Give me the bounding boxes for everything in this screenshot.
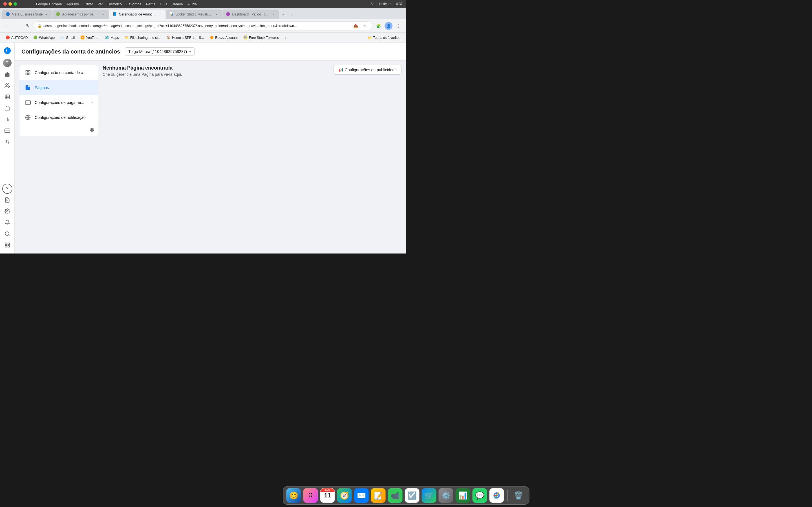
- meta-nav-partners[interactable]: [2, 137, 12, 147]
- meta-nav-more[interactable]: [2, 240, 12, 250]
- meta-nav-campaigns[interactable]: [2, 103, 12, 113]
- expand-nav-button[interactable]: [89, 128, 94, 134]
- account-config-icon: [24, 69, 32, 76]
- account-selector[interactable]: Tiago Moura (110448625758237) ▾: [124, 47, 195, 56]
- tab-favicon-2: 🟢: [56, 12, 60, 17]
- configuracoes-publicidade-button[interactable]: 📢 Configurações de publicidade: [334, 65, 402, 75]
- meta-nav-analytics[interactable]: [2, 114, 12, 124]
- meta-user-avatar[interactable]: T: [3, 59, 11, 67]
- bookmark-favicon-whatsapp: 🟢: [33, 36, 38, 40]
- screenshare-icon[interactable]: 📤: [352, 22, 359, 30]
- extensions-icon[interactable]: 🧩: [374, 22, 382, 30]
- tab-close-5[interactable]: ✕: [271, 12, 275, 17]
- menu-historico[interactable]: Histórico: [107, 2, 122, 6]
- svg-rect-33: [93, 131, 94, 132]
- settings-nav-pages[interactable]: Páginas: [19, 80, 98, 95]
- bookmark-filesharing[interactable]: 📁 File sharing and st...: [122, 34, 163, 41]
- tab-close-1[interactable]: ✕: [44, 12, 49, 17]
- minimize-button[interactable]: [8, 2, 12, 6]
- settings-nav-notifications[interactable]: Configurações de notificação: [19, 110, 98, 125]
- svg-rect-24: [26, 73, 28, 75]
- tab-looker[interactable]: 📊 Looker Studio: visualizações... ✕: [166, 10, 222, 19]
- settings-content-header: Nenhuma Página encontrada Crie ou gerenc…: [103, 65, 402, 76]
- menu-perfis[interactable]: Perfis: [146, 2, 155, 6]
- bookmark-spell[interactable]: 🏠 Home :: SPELL – S...: [164, 34, 206, 41]
- tab-agradecemos[interactable]: 🟢 Agradecemos por baixar o A... ✕: [52, 10, 109, 19]
- svg-rect-31: [93, 128, 94, 129]
- payment-icon: [24, 99, 32, 107]
- meta-nav-notifications[interactable]: [2, 217, 12, 228]
- meta-nav-home[interactable]: [2, 69, 12, 79]
- bookmark-freestock[interactable]: 🖼️ Free Stock Textures: [241, 34, 282, 41]
- meta-nav-settings[interactable]: [2, 206, 12, 216]
- bookmarks-bar: 🔴 AUTOCAD 🟢 WhatsApp ✉️ Gmail ▶️ YouTube…: [0, 33, 406, 43]
- menu-janela[interactable]: Janela: [172, 2, 183, 6]
- settings-nav-pages-label: Páginas: [35, 86, 93, 90]
- tab-dashboard[interactable]: 🟣 Dashboard | Pai do Tráfego ✕: [222, 10, 279, 19]
- settings-content-title: Nenhuma Página encontrada: [103, 65, 182, 71]
- menu-favoritos[interactable]: Favoritos: [126, 2, 141, 6]
- menu-guia[interactable]: Guia: [160, 2, 167, 6]
- bookmark-label-whatsapp: WhatsApp: [39, 36, 54, 40]
- tab-label-4: Looker Studio: visualizações...: [175, 12, 213, 16]
- maximize-button[interactable]: [13, 2, 17, 6]
- bookmark-whatsapp[interactable]: 🟢 WhatsApp: [31, 34, 57, 41]
- bookmark-star-icon[interactable]: ☆: [361, 22, 368, 30]
- menu-ver[interactable]: Ver: [98, 2, 103, 6]
- meta-nav-table[interactable]: [2, 92, 12, 102]
- settings-nav-notifications-label: Configurações de notificação: [35, 115, 93, 120]
- tab-label-2: Agradecemos por baixar o A...: [62, 12, 99, 16]
- bookmark-maps[interactable]: 🗺️ Maps: [103, 34, 121, 41]
- meta-nav-search[interactable]: [2, 229, 12, 239]
- settings-nav-payment[interactable]: Configurações de pagame... ↗: [19, 95, 98, 110]
- tab-close-4[interactable]: ✕: [214, 12, 219, 17]
- new-tab-button[interactable]: +: [279, 10, 287, 18]
- menu-ajuda[interactable]: Ajuda: [187, 2, 197, 6]
- settings-content-subtitle: Crie ou gerencie uma Página para vê-la a…: [103, 72, 182, 76]
- meta-nav-billing[interactable]: [2, 126, 12, 136]
- bookmark-favicon-filesharing: 📁: [124, 36, 129, 40]
- settings-nav-payment-label: Configurações de pagame...: [35, 100, 88, 105]
- settings-nav-account-config[interactable]: Configuração da conta de a...: [19, 65, 98, 80]
- bookmark-label-spell: Home :: SPELL – S...: [172, 36, 204, 40]
- content-area: ƒ T: [0, 43, 406, 253]
- menu-chrome[interactable]: Google Chrome: [36, 2, 62, 6]
- bookmark-eduzz[interactable]: 🔶 Eduzz Account: [207, 34, 240, 41]
- url-bar[interactable]: 🔒 adsmanager.facebook.com/adsmanager/man…: [34, 21, 372, 31]
- bookmark-favicon-eduzz: 🔶: [209, 36, 214, 40]
- meta-nav-audiences[interactable]: [2, 80, 12, 91]
- bookmark-favicon-maps: 🗺️: [105, 36, 109, 40]
- svg-rect-19: [8, 243, 9, 245]
- meta-nav-help[interactable]: ?: [2, 184, 12, 194]
- meta-logo[interactable]: ƒ: [3, 46, 12, 55]
- svg-point-15: [6, 211, 8, 212]
- reload-button[interactable]: ↻: [24, 22, 32, 30]
- bookmark-autocad[interactable]: 🔴 AUTOCAD: [3, 34, 30, 41]
- svg-point-1: [6, 83, 8, 86]
- settings-content-info: Nenhuma Página encontrada Crie ou gerenc…: [103, 65, 182, 76]
- tab-overflow-button[interactable]: ⌄: [287, 10, 295, 18]
- tab-gerenciador[interactable]: 📘 Gerenciador de Anúncios - G... ✕: [109, 10, 165, 19]
- bookmarks-all-folder[interactable]: 📁 Todos os favoritos: [365, 35, 403, 41]
- meta-nav-reports[interactable]: [2, 195, 12, 205]
- back-button[interactable]: ←: [3, 22, 11, 30]
- folder-icon: 📁: [368, 36, 372, 40]
- tab-close-3[interactable]: ✕: [158, 12, 162, 17]
- close-button[interactable]: [3, 2, 7, 6]
- bookmark-youtube[interactable]: ▶️ YouTube: [78, 34, 101, 41]
- tab-favicon-5: 🟣: [226, 12, 231, 17]
- bookmark-gmail[interactable]: ✉️ Gmail: [58, 34, 77, 41]
- svg-text:ƒ: ƒ: [5, 48, 8, 53]
- titlebar-right: Sáb. 11 de jan. 10:37: [370, 2, 403, 6]
- bookmark-overflow-button[interactable]: »: [282, 35, 289, 41]
- svg-rect-25: [29, 73, 30, 75]
- menu-editar[interactable]: Editar: [84, 2, 93, 6]
- forward-button[interactable]: →: [13, 22, 21, 30]
- menu-arquivo[interactable]: Arquivo: [66, 2, 79, 6]
- tab-meta-business[interactable]: 🔵 Meta Business Suite ✕: [2, 10, 52, 19]
- chrome-menu-button[interactable]: ⋮: [395, 22, 403, 30]
- bookmark-label-autocad: AUTOCAD: [11, 36, 28, 40]
- tab-close-2[interactable]: ✕: [101, 12, 105, 17]
- tab-favicon-4: 📊: [169, 12, 174, 17]
- profile-button[interactable]: 👤: [385, 22, 393, 30]
